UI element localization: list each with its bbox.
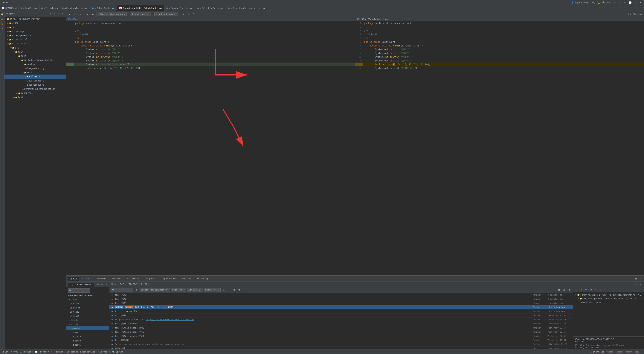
cd-back-btn[interactable]: ← bbox=[574, 287, 578, 292]
tabs-settings-btn[interactable]: ⚙ bbox=[262, 6, 266, 10]
git-history-btn[interactable]: 🕐 bbox=[628, 1, 632, 5]
diff-panel-left-content[interactable]: package cn.tedu.straw.resource.sort; /** bbox=[66, 21, 355, 275]
git-check2-btn[interactable]: ✓ bbox=[618, 1, 622, 5]
git-subtab-log[interactable]: Log: origin/master bbox=[68, 282, 94, 287]
git-log-row-9[interactable]: fix: 测试git rebase 变动2 fanzhen Yesterday … bbox=[109, 330, 573, 334]
git-log-row-selected[interactable]: origin master 回滚 Revert "fix: git revert… bbox=[109, 305, 573, 309]
tab-selection[interactable]: ☕ SelectionSort.java bbox=[195, 5, 226, 11]
status-problems-btn[interactable]: ⚠ Problems bbox=[20, 351, 33, 353]
tree-item-swagger-config[interactable]: ● SwaggerConfig bbox=[4, 66, 66, 70]
git-remote-origin-test3[interactable]: ⎇ test3 bbox=[66, 339, 109, 343]
git-commit-search[interactable] bbox=[111, 288, 133, 292]
tab-insertion[interactable]: ☕ InsertionSort.java bbox=[226, 5, 257, 11]
project-collapse-icon[interactable]: ⊟ bbox=[56, 12, 60, 16]
status-endpoints-btn[interactable]: Endpoints bbox=[67, 351, 78, 353]
git-log-row-10[interactable]: fix: 测试git rebase 变动1 fanzhen Yesterday … bbox=[109, 334, 573, 338]
search-top-btn[interactable]: 🔍 bbox=[602, 1, 606, 5]
tabs-more-btn[interactable]: ▾ bbox=[258, 6, 262, 10]
diff-panel-right-content[interactable]: 1 package cn.tedu.straw.resource.sort; 2… bbox=[355, 21, 644, 275]
cd-file-straw-resource[interactable]: ▼ 📁 straw-resource 1 file ~/Documents/st… bbox=[574, 293, 643, 297]
tree-item-straw-resource[interactable]: ▼ 📁 straw-resource bbox=[4, 42, 66, 46]
git-local-test5[interactable]: ⎇ test5 bbox=[66, 314, 109, 318]
tree-item-idea[interactable]: ▶ 📁 .idea bbox=[4, 21, 66, 25]
git-log-row-2[interactable]: fix: 测试1 fanzhen 4 minutes ago bbox=[109, 301, 573, 305]
tree-item-insertionsort[interactable]: ● InsertionSort bbox=[4, 79, 66, 83]
avatar-btn[interactable]: 👤 bbox=[570, 1, 574, 5]
status-profiler-btn[interactable]: 📊 Profiler bbox=[35, 351, 49, 353]
git-subtab-update[interactable]: Update Info: 2024/3/12, 21:30 ▾ bbox=[110, 282, 151, 287]
git-minimize-btn[interactable]: — bbox=[638, 282, 642, 286]
status-dependencies-btn[interactable]: Dependencies bbox=[80, 351, 95, 353]
tab-test1[interactable]: ☕ test1.java bbox=[19, 5, 40, 11]
sidebar-structure-icon[interactable]: ≡ bbox=[0, 27, 4, 31]
tree-item-straw-aop[interactable]: ▶ 📁 straw-aop bbox=[4, 29, 66, 33]
git-local-dev[interactable]: ⎇ dev bbox=[66, 306, 109, 310]
git-local-master[interactable]: ⎇ master bbox=[66, 302, 109, 306]
sidebar-project-icon[interactable]: 📁 bbox=[0, 12, 4, 16]
git-log-row-7[interactable]: fix: 测试git rebase fanzhen Yesterday 22:5… bbox=[109, 322, 573, 326]
bottom-tab-git[interactable]: ⎇ Git bbox=[68, 276, 79, 281]
git-subtab-console[interactable]: Console ✕ bbox=[94, 282, 109, 287]
cd-group-btn[interactable]: ⊟ bbox=[598, 287, 603, 292]
git-head-branch[interactable]: HEAD (Current Branch) bbox=[66, 293, 109, 297]
git-remote-origin-test2[interactable]: ⎇ test2 bbox=[66, 334, 109, 339]
tree-item-sort[interactable]: ▼ 📁 sort bbox=[4, 70, 66, 75]
cd-expand-btn[interactable]: ⊞ bbox=[589, 287, 593, 292]
bottom-tab-services[interactable]: Services bbox=[180, 276, 194, 281]
git-remote-origin-test5[interactable]: ⎇ test5 bbox=[66, 343, 109, 347]
tree-item-doc[interactable]: ▶ 📁 doc bbox=[4, 25, 66, 29]
tab-straw-tests[interactable]: ☕ StrawResourceApplicationTests.java bbox=[40, 5, 90, 11]
status-services-btn[interactable]: ⚙ Services bbox=[97, 351, 110, 353]
tree-item-strawapp[interactable]: ● StrawResourceApplication bbox=[4, 87, 66, 91]
build-btn[interactable]: 🔨 bbox=[591, 1, 595, 5]
git-log-filter-icon-btn[interactable]: ≡ bbox=[562, 288, 566, 292]
git-remote-origin[interactable]: ▼ origin bbox=[66, 322, 109, 326]
sidebar-bookmark-icon[interactable]: 🔖 bbox=[0, 22, 4, 26]
tab-swagger[interactable]: ☕ SwaggerConfig.java bbox=[164, 5, 195, 11]
status-terminal-btn[interactable]: >_ Terminal bbox=[51, 351, 64, 353]
cd-fwd-btn[interactable]: → bbox=[579, 287, 583, 292]
git-log-content[interactable]: fix: 测试3 fanzhen 3 minutes ago fix: 测试2 … bbox=[109, 293, 573, 354]
git-user-filter-btn[interactable]: User: All ▾ bbox=[171, 288, 186, 292]
git-check-btn[interactable]: ✓ bbox=[612, 1, 616, 5]
git-log-row-1[interactable]: fix: 测试2 fanzhen 3 minutes ago bbox=[109, 297, 573, 301]
git-branch-top-btn[interactable]: InsertionSort bbox=[581, 1, 585, 5]
git-fetch-btn[interactable]: ⬇ bbox=[227, 288, 231, 292]
tree-item-resources[interactable]: ▶ 📁 resources bbox=[4, 91, 66, 95]
diff-fwd-btn[interactable]: → bbox=[91, 12, 95, 16]
tree-item-src[interactable]: ▼ 📁 src bbox=[4, 46, 66, 50]
tab-readme[interactable]: 📄 README.md bbox=[0, 5, 19, 11]
diff-back-btn[interactable]: ← bbox=[86, 12, 90, 16]
git-log-more-btn[interactable]: ⋮ bbox=[243, 288, 247, 292]
translate-btn[interactable]: ⇆ bbox=[638, 1, 642, 5]
bottom-tab-problems[interactable]: ⚠ Problems bbox=[92, 276, 109, 281]
git-log-group-btn[interactable]: ⊟ bbox=[567, 288, 572, 292]
git-log-row-11[interactable]: fix: 排序代码 fanzhen Yesterday 22:54 bbox=[109, 338, 573, 342]
git-expand-btn[interactable]: ⊞ bbox=[232, 288, 236, 292]
diff-settings-btn[interactable]: ⚙ bbox=[186, 12, 191, 16]
bottom-tab-endpoints[interactable]: Endpoints bbox=[143, 276, 159, 281]
git-eye-btn[interactable]: 👁 bbox=[238, 288, 242, 292]
git-date-filter-btn[interactable]: Date: All ▾ bbox=[188, 288, 203, 292]
tree-item-selectionsort[interactable]: ● SelectionSort bbox=[4, 83, 66, 87]
cd-refresh-btn[interactable]: ↻ bbox=[584, 287, 588, 292]
status-spring-btn[interactable]: 🌱 Spring bbox=[112, 351, 123, 353]
git-log-row-0[interactable]: fix: 测试3 fanzhen 3 minutes ago bbox=[109, 293, 573, 297]
git-more-btn[interactable]: ≡ bbox=[633, 1, 637, 5]
cd-filter-btn[interactable]: ≡ bbox=[594, 287, 598, 292]
cd-file-src-path[interactable]: ▼ 📁 src/main/java/cn/tedu/straw/resource… bbox=[574, 297, 643, 300]
git-log-row-6[interactable]: Merge branch 'master' of https://gitee.c… bbox=[109, 318, 573, 322]
diff-help-btn[interactable]: ? bbox=[192, 12, 196, 16]
diff-next-btn[interactable]: ▼ bbox=[73, 12, 77, 16]
ignore-btn[interactable]: Do not ignore ▾ bbox=[130, 12, 151, 16]
gitee-link[interactable]: https://gitee.com/Blue_Pepsi_Cola/straw bbox=[146, 318, 194, 321]
project-gear-icon[interactable]: ⚙ bbox=[48, 12, 52, 16]
bottom-tab-profiler[interactable]: Profiler bbox=[110, 276, 124, 281]
git-branch-filter-btn[interactable]: Branch: origin/master ▾ bbox=[140, 288, 170, 292]
git-log-row-8[interactable]: fix: 测试git rebase 变动3 fanzhen Yesterday … bbox=[109, 326, 573, 330]
highlight-btn[interactable]: Highlight words ▾ bbox=[154, 12, 178, 16]
tree-item-config[interactable]: ▼ 📁 config bbox=[4, 62, 66, 66]
bottom-tab-todo[interactable]: ✓ TODO bbox=[80, 276, 92, 281]
tree-item-pkg[interactable]: ▼ 📁 cn.tedu.straw.resource bbox=[4, 58, 66, 62]
git-log-row-4[interactable]: fix: git revert测试 fanzhen 13 minutes ago bbox=[109, 309, 573, 313]
